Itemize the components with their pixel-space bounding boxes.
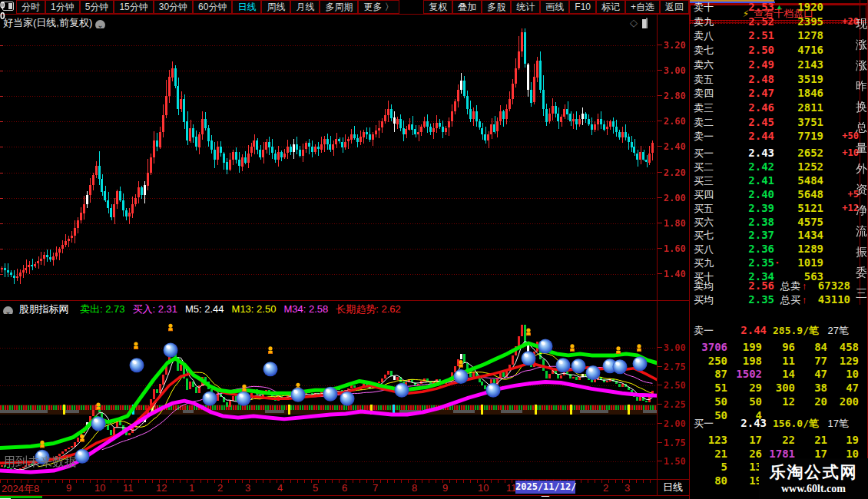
level-price[interactable]: 2.41 (721, 173, 774, 188)
queue-cell: 21 (691, 448, 727, 460)
level-price[interactable]: 2.35 (721, 256, 774, 270)
price-tick (658, 248, 662, 249)
level-price[interactable]: 2.51 (721, 28, 774, 43)
level-label: 买二 (694, 160, 714, 174)
order-book-row[interactable]: 卖七2.504716 (690, 43, 860, 58)
level-volume: 1434 (770, 228, 823, 243)
month-label: 3 (245, 482, 250, 494)
price-label: 3.00 (664, 65, 686, 76)
watermark-url: www.60lt.com (759, 483, 868, 495)
level-price[interactable]: 2.46 (721, 101, 774, 115)
queue-cell: 87 (691, 368, 727, 380)
price-tick (658, 172, 662, 173)
level-label: 买七 (694, 228, 714, 243)
avg-label: 卖均 (694, 279, 714, 293)
queue-label: 卖一 (694, 323, 714, 338)
order-book-row[interactable]: 卖三2.462811 (690, 101, 860, 115)
price-label: 2.50 (664, 380, 686, 391)
level-volume: 2143 (770, 58, 823, 72)
level-volume: 7719 (770, 129, 823, 144)
strip-char: 换 (856, 100, 868, 114)
queue-cell: 26 (725, 448, 762, 460)
level-price[interactable]: 2.42 (721, 160, 774, 174)
level-price[interactable]: 2.37 (721, 228, 774, 243)
queue-cell: 199 (725, 341, 762, 353)
month-label: 2024年8 (2, 482, 39, 496)
level-volume: 1019 (770, 256, 823, 270)
axis-vline (657, 14, 658, 495)
queue-cell: 198 (725, 355, 762, 367)
level-price[interactable]: 2.44 (721, 129, 774, 144)
price-label: 1.50 (664, 456, 686, 467)
order-book-row[interactable]: 买七2.371434 (690, 228, 860, 243)
up-arrow-icon: ↑ (802, 279, 807, 293)
strip-char: 流 (856, 224, 868, 239)
order-book-row[interactable]: 卖二2.453751 (690, 115, 860, 130)
queue-cell: 3706 (691, 341, 727, 353)
site-watermark: 乐淘公式网 www.60lt.com (759, 458, 868, 499)
per-order-avg: 156.0/笔 (773, 416, 819, 431)
queue-cell: 11 (758, 355, 795, 367)
queue-cell: 50 (725, 395, 762, 408)
queue-cell: 12 (758, 395, 795, 408)
order-book-row[interactable]: 买四2.405648+5 (690, 187, 860, 202)
indicator-panel-chart[interactable] (0, 314, 658, 479)
price-label: 2.60 (664, 116, 686, 127)
total-label: 总卖 (780, 279, 800, 293)
panel-divider (0, 300, 689, 301)
level-label: 买五 (694, 201, 714, 216)
level-volume: 1846 (770, 86, 823, 101)
level-price[interactable]: 2.50 (721, 43, 774, 58)
queue-cell: 13 (725, 461, 762, 473)
month-label: 9 (442, 482, 448, 494)
total-volume: 43110 (818, 292, 850, 307)
order-book-row[interactable]: 买八2.361289 (690, 242, 860, 256)
indicator-values: 卖出: 2.73买入: 2.31M5: 2.44M13: 2.50M34: 2.… (72, 302, 401, 315)
level-price[interactable]: 2.40 (721, 187, 774, 202)
month-label: 5 (313, 482, 318, 494)
price-tick (658, 347, 662, 348)
order-book-row[interactable]: 买九2.35▪1019 (690, 256, 860, 270)
price-tick (658, 273, 662, 274)
level-price[interactable]: 2.48 (721, 72, 774, 87)
strip-char: 涨 (856, 58, 868, 73)
order-count: 27笔 (828, 323, 849, 338)
queue-cell: 129 (822, 355, 859, 367)
order-book-row[interactable]: 卖四2.471846 (690, 86, 860, 101)
month-label: 6 (342, 482, 347, 494)
price-label: 3.20 (664, 40, 686, 51)
order-book-row[interactable]: 卖一2.447719+50 (690, 129, 860, 144)
queue-price: 2.44 (713, 323, 767, 338)
level-volume: 1278 (770, 28, 823, 43)
level-label: 买三 (694, 173, 714, 188)
order-book-row[interactable]: 买二2.421252 (690, 160, 860, 174)
month-label: 1 (189, 482, 194, 494)
level-label: 买九 (694, 256, 714, 270)
level-price[interactable]: 2.47 (721, 86, 774, 101)
order-book-row[interactable]: 买三2.415484 (690, 173, 860, 188)
level-volume: 3751 (770, 115, 823, 130)
order-book-row[interactable]: 卖六2.492143 (690, 58, 860, 72)
order-book-row[interactable]: 卖八2.511278 (690, 28, 860, 43)
price-tick (658, 197, 662, 198)
indicator-header: ⌄ 股朋指标网 卖出: 2.73买入: 2.31M5: 2.44M13: 2.5… (3, 302, 401, 314)
level-price[interactable]: 2.43 (721, 146, 774, 160)
queue-summary-sell1: 卖一2.44285.9/笔27笔 (690, 323, 860, 338)
price-label: 2.20 (664, 167, 686, 178)
indicator-name: 股朋指标网 (18, 303, 68, 315)
level-price[interactable]: 2.49 (721, 58, 774, 72)
level-price[interactable]: 2.39 (721, 201, 774, 216)
level-label: 买四 (694, 187, 714, 202)
main-candlestick-chart[interactable] (0, 28, 658, 300)
order-book-row[interactable]: 卖五2.483519 (690, 72, 860, 87)
indicator-price-axis: 3.002.752.502.252.001.751.50 (657, 314, 689, 479)
order-book-row[interactable]: 买五2.395121+12 (690, 201, 860, 216)
price-tick (658, 121, 662, 121)
level-volume: 5648 (770, 187, 823, 202)
order-book-row[interactable]: 买一2.432652+10 (690, 146, 860, 160)
queue-price: 2.43 (713, 416, 767, 431)
queue-cell: 80 (691, 474, 727, 487)
level-price[interactable]: 2.36 (721, 242, 774, 256)
level-price[interactable]: 2.45 (721, 115, 774, 130)
price-tick (658, 223, 662, 223)
